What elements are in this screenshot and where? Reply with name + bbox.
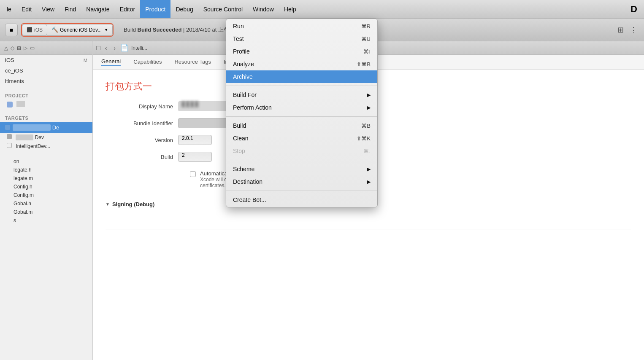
target-2-icon [7, 134, 12, 139]
menu-help[interactable]: Help [279, 0, 301, 18]
diamond-icon: ◇ [11, 45, 14, 51]
target-icon [5, 125, 10, 130]
product-dropdown-menu: Run ⌘R Test ⌘U Profile ⌘I Analyze ⇧⌘B Ar… [226, 19, 378, 207]
signing-content-placeholder [106, 212, 631, 229]
menu-create-bot[interactable]: Create Bot... [226, 193, 377, 206]
scheme-selector[interactable]: ⬛ iOS [22, 24, 47, 36]
version-input[interactable]: 2.0.1 [178, 135, 212, 145]
menu-build-for[interactable]: Build For ▶ [226, 89, 377, 101]
target-3-icon [7, 143, 12, 148]
version-label: Version [106, 137, 173, 143]
stop-icon: ■ [10, 27, 13, 33]
menu-profile[interactable]: Profile ⌘I [226, 45, 377, 58]
menu-group-5: Create Bot... [226, 193, 377, 207]
sidebar: △ ◇ ⊞ ▷ ▭ iOS M ce_iOS itlments PROJECT … [0, 41, 93, 360]
file-legate-m[interactable]: legate.m [7, 174, 86, 183]
separator-3 [226, 160, 377, 160]
menu-product[interactable]: Product [140, 0, 170, 18]
editor-toggle-icon[interactable]: ⊞ [616, 24, 625, 36]
menu-navigate[interactable]: Navigate [81, 0, 114, 18]
menu-analyze[interactable]: Analyze ⇧⌘B [226, 58, 377, 70]
tab-general[interactable]: General [101, 58, 121, 66]
file-legate-h[interactable]: legate.h [7, 166, 86, 174]
project-file-item[interactable]: De [0, 100, 92, 109]
build-label: Build [106, 154, 173, 160]
separator-2 [226, 116, 377, 117]
menu-destination[interactable]: Destination ▶ [226, 175, 377, 188]
grid-icon: ⊞ [17, 45, 21, 51]
menu-build[interactable]: Build ⌘B [226, 119, 377, 132]
section-project: PROJECT [0, 90, 92, 100]
build-input[interactable]: 2 [178, 152, 212, 162]
signing-section-title: Signing (Debug) [112, 201, 154, 207]
sidebar-item-itlments[interactable]: itlments [0, 76, 92, 86]
more-icon[interactable]: ⋮ [628, 24, 639, 36]
menu-group-3: Build ⌘B Clean ⇧⌘K Stop ⌘. [226, 118, 377, 158]
auto-manage-checkbox[interactable] [190, 171, 196, 177]
arrow-icon-3: ▶ [367, 167, 371, 172]
chevron-down-icon: ▼ [104, 28, 108, 32]
chat-icon: ▭ [30, 45, 35, 51]
file-s[interactable]: s [7, 216, 86, 225]
menu-editor[interactable]: Editor [115, 0, 141, 18]
arrow-icon-4: ▶ [367, 179, 371, 185]
menu-group-4: Scheme ▶ Destination ▶ [226, 162, 377, 189]
menu-view[interactable]: View [37, 0, 60, 18]
forward-btn[interactable]: › [111, 44, 118, 52]
file-icon: 📄 [120, 44, 129, 52]
menu-debug[interactable]: Debug [170, 0, 198, 18]
bundle-id-label: Bundle Identifier [106, 120, 173, 126]
device-name: Generic iOS Dev... [60, 27, 102, 33]
hammer-icon: 🔨 [51, 27, 58, 33]
project-icon [7, 102, 13, 107]
scheme-icon: ⬛ [27, 27, 32, 32]
menu-archive[interactable]: Archive [226, 70, 377, 83]
menubar: le Edit View Find Navigate Editor Produc… [0, 0, 644, 19]
section-targets: TARGETS [0, 112, 92, 122]
sidebar-target-selected[interactable]: ████████ De [0, 122, 92, 133]
tag-icon: ▷ [24, 45, 27, 51]
sidebar-target-intelligentdev[interactable]: IntelligentDev... [0, 142, 92, 150]
stop-button[interactable]: ■ [5, 24, 18, 36]
toolbar-right-icons: ⊞ ⋮ [616, 24, 639, 36]
scheme-name: iOS [34, 27, 43, 33]
menu-source-control[interactable]: Source Control [198, 0, 248, 18]
file-config-h[interactable]: Config.h [7, 183, 86, 191]
sidebar-target-2[interactable]: ████ Dev [0, 133, 92, 142]
arrow-icon-2: ▶ [367, 105, 371, 110]
menu-file[interactable]: le [0, 0, 16, 18]
arrow-icon: ▶ [367, 92, 371, 98]
tab-resource-tags[interactable]: Resource Tags [174, 59, 211, 66]
menu-test[interactable]: Test ⌘U [226, 32, 377, 45]
separator-4 [226, 191, 377, 191]
device-selector[interactable]: 🔨 Generic iOS Dev... ▼ [47, 24, 113, 36]
file-gobal-m[interactable]: Gobal.m [7, 208, 86, 216]
menu-clean[interactable]: Clean ⇧⌘K [226, 132, 377, 145]
file-gobal-h[interactable]: Gobal.h [7, 199, 86, 208]
menu-find[interactable]: Find [60, 0, 81, 18]
menu-perform-action[interactable]: Perform Action ▶ [226, 101, 377, 114]
display-name-input[interactable]: ████ [178, 101, 229, 111]
back-btn[interactable]: ‹ [103, 44, 109, 52]
separator-1 [226, 86, 377, 86]
menu-scheme[interactable]: Scheme ▶ [226, 163, 377, 175]
xcode-icon: D [630, 4, 644, 15]
warning-small-icon: △ [4, 45, 8, 51]
file-on[interactable]: on [7, 157, 86, 166]
menu-group-2: Build For ▶ Perform Action ▶ [226, 88, 377, 115]
tab-capabilities[interactable]: Capabilities [133, 59, 162, 66]
display-name-label: Display Name [106, 103, 173, 110]
menu-edit[interactable]: Edit [16, 0, 37, 18]
sidebar-item-ios[interactable]: iOS M [0, 55, 92, 65]
sidebar-header: △ ◇ ⊞ ▷ ▭ [0, 41, 92, 55]
menu-group-1: Run ⌘R Test ⌘U Profile ⌘I Analyze ⇧⌘B Ar… [226, 19, 377, 84]
sidebar-toggle-btn[interactable]: □ [96, 44, 100, 52]
menu-run[interactable]: Run ⌘R [226, 20, 377, 32]
menu-window[interactable]: Window [248, 0, 279, 18]
triangle-icon: ▼ [106, 202, 110, 207]
sidebar-item-ce-ios[interactable]: ce_iOS [0, 65, 92, 76]
file-config-m[interactable]: Config.m [7, 191, 86, 199]
menu-stop: Stop ⌘. [226, 145, 377, 157]
badge-m: M [84, 58, 87, 63]
breadcrumb: Intelli... [131, 45, 147, 51]
